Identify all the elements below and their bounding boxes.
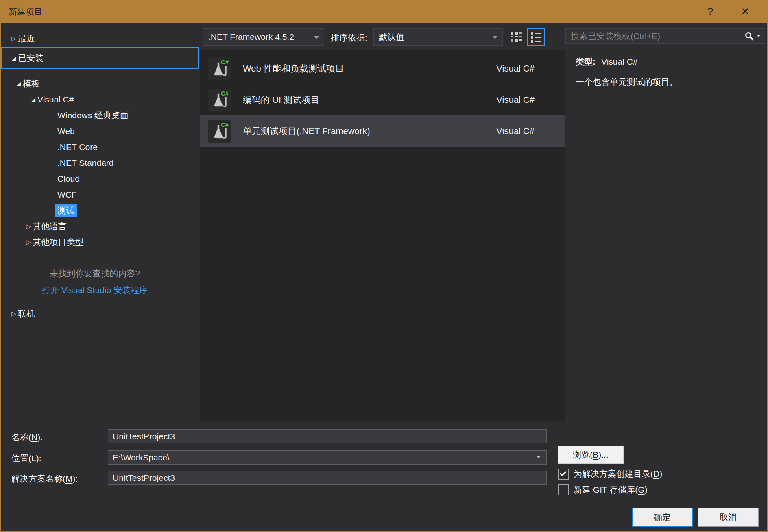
sidebar-item-label: WCF [55,189,80,201]
solution-name-label: 解决方案名称(M): [11,473,78,484]
list-view-icon [530,31,542,43]
new-git-repo-checkbox[interactable]: 新建 GIT 存储库(G) [558,484,648,495]
small-icons-view-icon[interactable] [510,30,523,43]
open-installer-link[interactable]: 打开 Visual Studio 安装程序 [1,284,188,296]
sidebar-item-label: 测试 [55,204,77,217]
close-icon[interactable]: ✕ [734,0,757,23]
help-button[interactable]: ? [699,0,722,23]
sidebar-item-templates[interactable]: ◢ 模板 [1,76,199,91]
sidebar-item-label: 联机 [18,308,35,319]
dialog-title: 新建项目 [9,6,43,17]
sidebar-item-label: .NET Core [55,141,100,153]
sidebar-item-net-core[interactable]: .NET Core [1,139,199,155]
sidebar-item-recent[interactable]: ▷ 最近 [1,30,199,46]
chevron-down-icon [314,36,319,39]
create-solution-dir-checkbox[interactable]: 为解决方案创建目录(D) [558,468,662,480]
sidebar-item-label: Web [55,125,78,137]
type-value: Visual C# [601,57,638,66]
template-row-coded-ui-test[interactable]: C# 编码的 UI 测试项目 Visual C# [200,84,565,115]
template-description: 一个包含单元测试的项目。 [576,76,759,88]
sidebar-item-label: Windows 经典桌面 [55,109,131,122]
sort-dropdown[interactable]: 默认值 [373,28,503,46]
sidebar-item-label: Cloud [55,173,83,185]
sidebar-item-web[interactable]: Web [1,123,199,139]
template-details-panel: 类型:Visual C# 一个包含单元测试的项目。 [576,56,759,88]
svg-text:C#: C# [221,90,229,97]
checkbox-unchecked-icon[interactable] [558,484,569,495]
location-combo-input[interactable] [108,450,547,465]
chevron-expanded-icon: ◢ [15,80,23,87]
template-row-unit-test-selected[interactable]: C# 单元测试项目(.NET Framework) Visual C# [200,115,565,147]
chevron-collapsed-icon: ▷ [24,223,33,230]
template-row-web-load-test[interactable]: C# Web 性能和负载测试项目 Visual C# [200,53,565,84]
sort-dropdown-value: 默认值 [379,31,404,43]
sidebar-item-cloud[interactable]: Cloud [1,171,199,187]
sidebar-item-label: 其他项目类型 [33,237,84,248]
name-label: 名称(N): [11,432,43,443]
titlebar: 新建项目 ? ✕ [0,0,768,23]
search-input[interactable] [566,31,744,41]
chevron-collapsed-icon: ▷ [24,239,33,246]
sidebar-item-label: 模板 [23,78,40,89]
browse-button[interactable]: 浏览(B)... [558,446,624,464]
sidebar-item-other-languages[interactable]: ▷ 其他语言 [1,218,199,234]
list-view-toggle-selected[interactable] [527,28,545,46]
chevron-down-icon [493,36,497,39]
sidebar-item-label: 其他语言 [33,221,67,232]
solution-name-input[interactable] [108,471,547,485]
template-language: Visual C# [496,95,535,105]
sidebar-item-other-project-types[interactable]: ▷ 其他项目类型 [1,234,199,250]
checkbox-checked-icon[interactable] [558,469,569,480]
template-list: C# Web 性能和负载测试项目 Visual C# C# 编码的 UI 测试项… [200,50,565,421]
type-label: 类型: [576,57,596,66]
sidebar-item-installed[interactable]: ◢ 已安装 [1,47,199,69]
framework-dropdown-value: .NET Framework 4.5.2 [208,32,294,42]
sidebar-item-label: 已安装 [18,52,44,64]
sidebar-item-label: 最近 [18,33,35,44]
ok-button[interactable]: 确定 [632,508,693,527]
test-project-csharp-icon: C# [208,120,231,143]
svg-text:C#: C# [221,121,229,128]
location-combo-chevron-icon[interactable] [537,456,541,458]
project-name-input[interactable] [108,429,547,443]
chevron-expanded-icon: ◢ [29,96,37,102]
cancel-button[interactable]: 取消 [698,508,759,527]
sort-by-label: 排序依据: [331,32,367,43]
sidebar-item-label: Visual C# [37,95,74,104]
template-name: Web 性能和负载测试项目 [243,63,496,75]
location-label: 位置(L): [11,453,41,464]
sidebar-item-wcf[interactable]: WCF [1,187,199,202]
search-box [565,28,765,44]
sidebar-item-net-standard[interactable]: .NET Standard [1,155,199,171]
chevron-collapsed-icon: ▷ [10,35,18,42]
sidebar-item-visual-csharp[interactable]: ◢ Visual C# [1,91,199,107]
template-name: 单元测试项目(.NET Framework) [243,125,496,137]
search-options-chevron-icon[interactable] [757,35,761,37]
template-name: 编码的 UI 测试项目 [243,94,496,106]
chevron-collapsed-icon: ▷ [10,310,18,317]
framework-dropdown[interactable]: .NET Framework 4.5.2 [203,28,324,46]
sidebar-item-windows-classic[interactable]: Windows 经典桌面 [1,107,199,123]
test-project-csharp-icon: C# [208,57,231,80]
not-found-hint: 未找到你要查找的内容? [1,268,188,279]
sidebar-item-label: .NET Standard [55,157,117,169]
search-icon[interactable] [744,31,754,41]
test-project-csharp-icon: C# [208,89,231,111]
new-project-dialog: 新建项目 ? ✕ ▷ 最近 ◢ 已安装 ◢ 模板 ◢ Visual C# Win… [0,0,768,532]
chevron-expanded-icon: ◢ [10,55,18,61]
svg-text:C#: C# [221,59,229,65]
template-language: Visual C# [496,126,535,137]
template-language: Visual C# [496,63,535,74]
sidebar-item-online[interactable]: ▷ 联机 [1,306,199,321]
sidebar-item-test-selected[interactable]: 测试 [1,202,199,218]
